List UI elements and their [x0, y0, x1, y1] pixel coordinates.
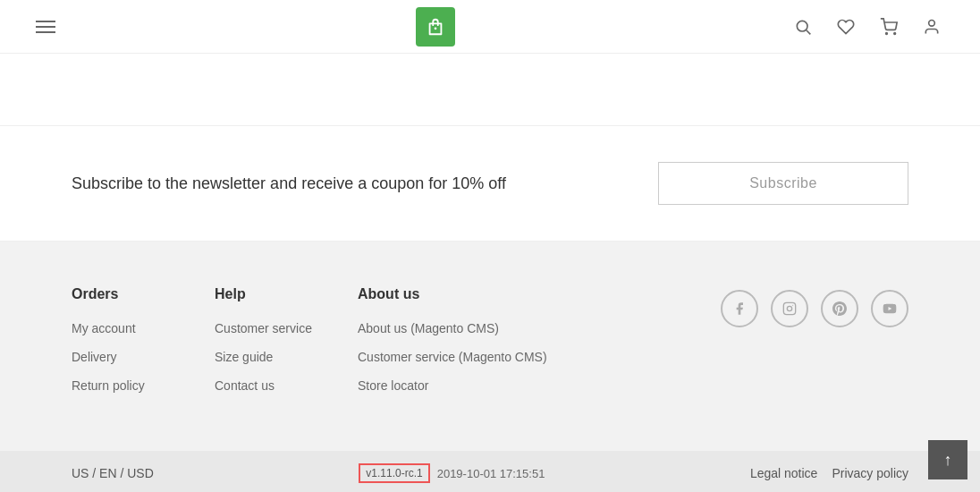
svg-point-3	[886, 32, 888, 34]
wishlist-icon[interactable]	[833, 14, 858, 39]
footer-social-col	[721, 286, 908, 406]
locale-text: US / EN / USD	[72, 466, 154, 480]
list-item: About us (Magento CMS)	[358, 320, 721, 336]
footer-help-list: Customer service Size guide Contact us	[215, 320, 358, 394]
footer-orders-list: My account Delivery Return policy	[72, 320, 215, 394]
footer-legal-links: Legal notice Privacy policy	[750, 466, 908, 480]
header	[0, 0, 980, 54]
footer: Orders My account Delivery Return policy…	[0, 242, 980, 451]
list-item: Size guide	[215, 349, 358, 365]
footer-about-title: About us	[358, 286, 721, 302]
pinterest-icon[interactable]	[821, 290, 858, 327]
list-item: Contact us	[215, 377, 358, 394]
svg-point-1	[797, 21, 807, 31]
subscribe-button[interactable]: Subscribe	[658, 162, 908, 205]
footer-help-title: Help	[215, 286, 358, 302]
list-item: Delivery	[72, 349, 215, 365]
footer-columns: Orders My account Delivery Return policy…	[72, 286, 908, 406]
return-policy-link[interactable]: Return policy	[72, 378, 145, 393]
header-actions	[790, 14, 944, 39]
youtube-icon[interactable]	[871, 290, 908, 327]
menu-icon[interactable]	[36, 21, 80, 33]
svg-line-2	[807, 30, 811, 34]
content-spacer	[0, 54, 980, 125]
account-icon[interactable]	[919, 14, 944, 39]
customer-service-link[interactable]: Customer service	[215, 321, 312, 335]
logo-bag-icon[interactable]	[416, 7, 455, 47]
svg-point-4	[894, 32, 896, 34]
legal-notice-link[interactable]: Legal notice	[750, 466, 818, 480]
customer-service-cms-link[interactable]: Customer service (Magento CMS)	[358, 350, 547, 364]
social-icons-group	[721, 286, 908, 327]
build-datetime: 2019-10-01 17:15:51	[437, 467, 545, 480]
header-left	[36, 21, 80, 33]
footer-about-col: About us About us (Magento CMS) Customer…	[358, 286, 721, 406]
scroll-to-top-button[interactable]: ↑	[928, 440, 967, 479]
facebook-icon[interactable]	[721, 290, 758, 327]
svg-point-5	[929, 20, 935, 26]
footer-orders-title: Orders	[72, 286, 215, 302]
header-logo[interactable]	[416, 7, 455, 47]
list-item: Customer service (Magento CMS)	[358, 349, 721, 365]
newsletter-text: Subscribe to the newsletter and receive …	[72, 172, 506, 196]
footer-orders-col: Orders My account Delivery Return policy	[72, 286, 215, 406]
about-us-cms-link[interactable]: About us (Magento CMS)	[358, 321, 499, 335]
footer-about-list: About us (Magento CMS) Customer service …	[358, 320, 721, 394]
contact-us-link[interactable]: Contact us	[215, 378, 275, 393]
footer-help-col: Help Customer service Size guide Contact…	[215, 286, 358, 406]
delivery-link[interactable]: Delivery	[72, 350, 117, 364]
newsletter-section: Subscribe to the newsletter and receive …	[0, 125, 980, 242]
version-badge: v1.11.0-rc.1	[359, 463, 429, 483]
my-account-link[interactable]: My account	[72, 321, 136, 335]
list-item: Customer service	[215, 320, 358, 336]
footer-bottom-bar: US / EN / USD v1.11.0-rc.1 2019-10-01 17…	[0, 451, 980, 492]
instagram-icon[interactable]	[771, 290, 808, 327]
search-icon[interactable]	[790, 14, 815, 39]
footer-version-area: v1.11.0-rc.1 2019-10-01 17:15:51	[359, 463, 545, 483]
list-item: Store locator	[358, 377, 721, 394]
size-guide-link[interactable]: Size guide	[215, 350, 273, 364]
list-item: Return policy	[72, 377, 215, 394]
store-locator-link[interactable]: Store locator	[358, 378, 428, 393]
svg-point-7	[787, 306, 791, 310]
list-item: My account	[72, 320, 215, 336]
svg-rect-6	[783, 302, 795, 314]
privacy-policy-link[interactable]: Privacy policy	[832, 466, 908, 480]
svg-point-0	[435, 27, 437, 30]
svg-point-8	[792, 305, 793, 306]
cart-icon[interactable]	[876, 14, 901, 39]
